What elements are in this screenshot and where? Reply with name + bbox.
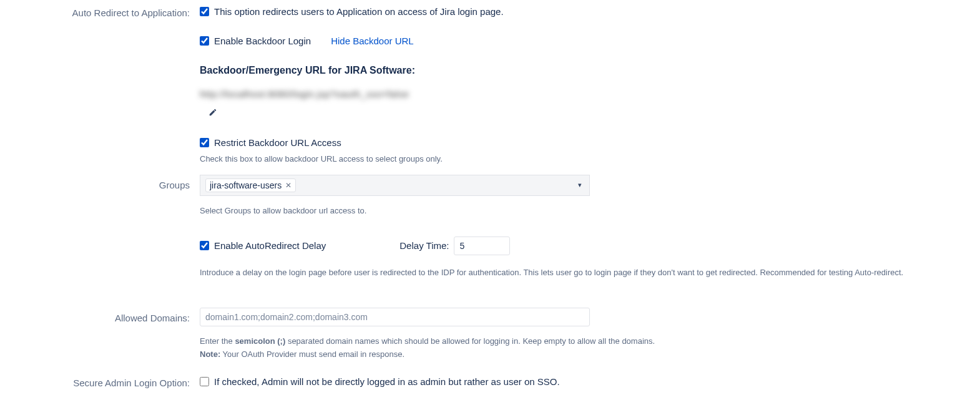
secure-admin-text: If checked, Admin will not be directly l…: [214, 376, 560, 387]
restrict-backdoor-hint: Check this box to allow backdoor URL acc…: [200, 153, 968, 166]
allowed-domains-label: Allowed Domains:: [12, 308, 200, 323]
autoredirect-delay-checkbox[interactable]: [200, 241, 209, 250]
enable-backdoor-label: Enable Backdoor Login: [214, 36, 311, 46]
auto-redirect-label: Auto Redirect to Application:: [12, 6, 200, 18]
auto-redirect-text: This option redirects users to Applicati…: [214, 6, 504, 17]
secure-admin-checkbox[interactable]: [200, 377, 209, 386]
restrict-backdoor-label: Restrict Backdoor URL Access: [214, 137, 341, 148]
allowed-domains-hint: Enter the semicolon (;) separated domain…: [200, 335, 968, 361]
autoredirect-delay-label: Enable AutoRedirect Delay: [214, 240, 326, 251]
autoredirect-delay-hint: Introduce a delay on the login page befo…: [200, 266, 968, 280]
groups-hint: Select Groups to allow backdoor url acce…: [200, 205, 968, 218]
delay-time-input[interactable]: [454, 237, 510, 255]
secure-admin-label: Secure Admin Login Option:: [12, 376, 200, 388]
pencil-icon[interactable]: [208, 108, 217, 117]
delay-time-label: Delay Time:: [399, 240, 449, 251]
groups-multiselect[interactable]: jira-software-users ✕ ▾: [200, 175, 590, 196]
auto-redirect-checkbox[interactable]: [200, 7, 209, 16]
enable-backdoor-checkbox[interactable]: [200, 36, 209, 46]
remove-tag-icon[interactable]: ✕: [285, 181, 292, 190]
chevron-down-icon[interactable]: ▾: [578, 181, 582, 189]
group-tag: jira-software-users ✕: [205, 178, 296, 192]
allowed-domains-input[interactable]: [200, 308, 590, 326]
backdoor-url: http://localhost:8080/login.jsp?oauth_ss…: [200, 89, 409, 99]
restrict-backdoor-checkbox[interactable]: [200, 138, 209, 147]
groups-label: Groups: [12, 175, 200, 190]
backdoor-heading: Backdoor/Emergency URL for JIRA Software…: [200, 65, 968, 76]
hide-backdoor-link[interactable]: Hide Backdoor URL: [331, 36, 414, 46]
group-tag-label: jira-software-users: [210, 180, 282, 190]
